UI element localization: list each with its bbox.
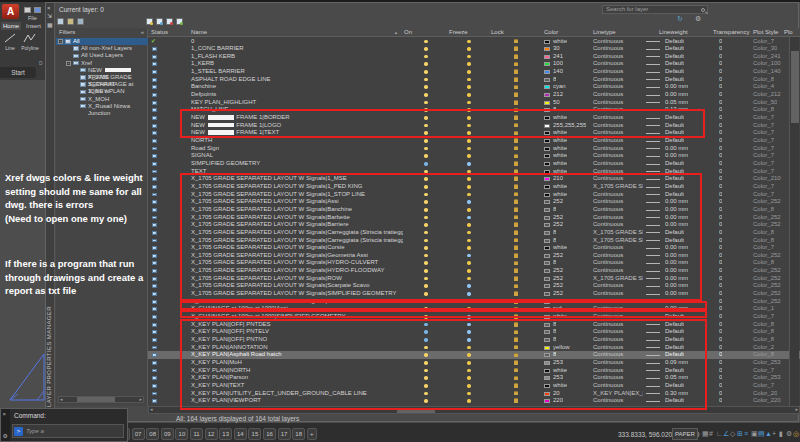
unlock-icon[interactable] (514, 200, 518, 204)
freeze-icon[interactable] (467, 200, 471, 204)
statusbar-autoscale-icon[interactable]: + (772, 429, 776, 439)
color-chip[interactable] (544, 307, 550, 311)
freeze-icon[interactable] (467, 216, 471, 220)
layout-tab-17[interactable]: 17 (278, 428, 291, 440)
column-header-color[interactable]: Color (544, 29, 558, 35)
layer-row[interactable]: TEXTwhiteContinuousDefault0Color_7 (148, 168, 800, 176)
color-chip[interactable] (544, 139, 550, 143)
unlock-icon[interactable] (514, 269, 518, 273)
color-chip[interactable] (544, 131, 550, 135)
color-chip[interactable] (544, 108, 550, 112)
freeze-icon[interactable] (467, 62, 471, 66)
layout-tab-16[interactable]: 16 (263, 428, 276, 440)
layer-row[interactable]: X_CHAINAGE at 100m at 1000|SIMPLIFIED GE… (148, 313, 800, 321)
freeze-icon[interactable] (467, 40, 471, 44)
on-bulb-icon[interactable] (424, 384, 428, 388)
on-bulb-icon[interactable] (424, 193, 428, 197)
on-bulb-icon[interactable] (424, 223, 428, 227)
on-bulb-icon[interactable] (424, 261, 428, 265)
filter-tree-item[interactable]: -Xref (56, 60, 148, 67)
unlock-icon[interactable] (514, 93, 518, 97)
color-chip[interactable] (544, 369, 550, 373)
filter-tree-item[interactable]: X_1705 GRADE SEPARAT (56, 74, 148, 81)
color-chip[interactable] (544, 261, 550, 265)
new-layer-vp-frozen-button[interactable] (156, 18, 163, 25)
layer-row[interactable]: Defpoints212Continuous0.00 mm0Color_212 (148, 91, 800, 99)
color-chip[interactable] (544, 55, 550, 59)
freeze-icon[interactable] (467, 369, 471, 373)
on-bulb-icon[interactable] (424, 269, 428, 273)
paper-space-toggle[interactable]: PAPER (672, 428, 698, 440)
unlock-icon[interactable] (514, 155, 518, 159)
unlock-icon[interactable] (514, 231, 518, 235)
statusbar-polar-tracking-icon[interactable]: ∠ (723, 429, 729, 439)
layer-row[interactable]: X_CHAINAGE at 100m at 1000|AssiredContin… (148, 305, 800, 313)
color-chip[interactable] (544, 162, 550, 166)
on-bulb-icon[interactable] (424, 124, 428, 128)
color-chip[interactable] (544, 315, 550, 319)
on-bulb-icon[interactable] (424, 315, 428, 319)
tree-expander-icon[interactable]: - (58, 39, 63, 44)
layer-states-manager-button[interactable] (77, 18, 84, 25)
layer-row[interactable]: X_KEY PLAN|ANNOTATIONyellowContinuousDef… (148, 344, 800, 352)
layer-row[interactable]: NORTHwhiteContinuousDefault0Color_7 (148, 137, 800, 145)
layer-row[interactable]: X_KEY PLAN|[OFF] PNTNO8ContinuousDefault… (148, 336, 800, 344)
freeze-icon[interactable] (467, 330, 471, 334)
unlock-icon[interactable] (514, 377, 518, 381)
scroll-left-icon[interactable]: ◂ (150, 407, 153, 412)
unlock-icon[interactable] (514, 384, 518, 388)
customize-wrench-icon[interactable]: ⚙ (3, 433, 8, 439)
layer-row[interactable]: X_KEY PLAN|Asphalt Road hatch8Continuous… (148, 351, 800, 359)
freeze-icon[interactable] (467, 346, 471, 350)
scroll-left-icon[interactable]: ◂ (60, 397, 63, 402)
color-chip[interactable] (544, 185, 550, 189)
color-chip[interactable] (544, 147, 550, 151)
layout-tab-08[interactable]: 08 (146, 428, 159, 440)
on-bulb-icon[interactable] (424, 70, 428, 74)
freeze-icon[interactable] (467, 108, 471, 112)
freeze-icon[interactable] (467, 47, 471, 51)
color-chip[interactable] (544, 277, 550, 281)
unlock-icon[interactable] (514, 162, 518, 166)
freeze-icon[interactable] (467, 376, 471, 380)
color-chip[interactable] (544, 254, 550, 258)
freeze-icon[interactable] (467, 300, 471, 304)
layout-tab-11[interactable]: 11 (190, 428, 203, 440)
layer-row[interactable]: X_1705 GRADE SEPARATED LAYOUT W Signals|… (148, 275, 800, 283)
color-chip[interactable] (544, 93, 550, 97)
layout-tab-09[interactable]: 09 (161, 428, 174, 440)
statusbar-isodraft-icon[interactable]: ◇ (730, 429, 735, 439)
color-chip[interactable] (544, 346, 550, 350)
layer-row[interactable]: X_KEY PLAN|TEXTwhiteContinuousDefault0Co… (148, 382, 800, 390)
color-chip[interactable] (544, 116, 550, 120)
color-chip[interactable] (544, 101, 550, 105)
layer-row[interactable]: X_1705 GRADE SEPARATED LAYOUT W Signals|… (148, 206, 800, 214)
layout-tab-18[interactable]: 18 (292, 428, 305, 440)
unlock-icon[interactable] (514, 315, 518, 319)
freeze-icon[interactable] (467, 85, 471, 89)
autocad-logo[interactable]: A (2, 4, 19, 19)
freeze-icon[interactable] (467, 261, 471, 265)
freeze-icon[interactable] (467, 315, 471, 319)
on-bulb-icon[interactable] (424, 392, 428, 396)
color-chip[interactable] (544, 239, 550, 243)
color-chip[interactable] (544, 376, 550, 380)
layer-row[interactable]: X_1705 GRADE SEPARATED LAYOUT W Signals|… (148, 183, 800, 191)
on-bulb-icon[interactable] (424, 346, 428, 350)
color-chip[interactable] (544, 154, 550, 158)
file-menu[interactable]: File (28, 15, 37, 21)
layer-row[interactable]: BanchinecyanContinuous0.00 mm0Color_4 (148, 83, 800, 91)
tree-expander-icon[interactable]: - (66, 61, 71, 66)
unlock-icon[interactable] (514, 170, 518, 174)
freeze-icon[interactable] (467, 154, 471, 158)
unlock-icon[interactable] (514, 63, 518, 67)
column-header-lineweight[interactable]: Lineweight (659, 29, 688, 35)
color-chip[interactable] (544, 292, 550, 296)
save-icon[interactable] (34, 7, 41, 13)
color-chip[interactable] (544, 300, 550, 304)
freeze-icon[interactable] (467, 269, 471, 273)
sort-ascending-icon[interactable]: ▲ (394, 30, 398, 35)
color-chip[interactable] (544, 323, 550, 327)
layer-row[interactable]: X_KEY PLAN|MoH253Continuous0.09 mm0Color… (148, 359, 800, 367)
on-bulb-icon[interactable] (424, 116, 428, 120)
